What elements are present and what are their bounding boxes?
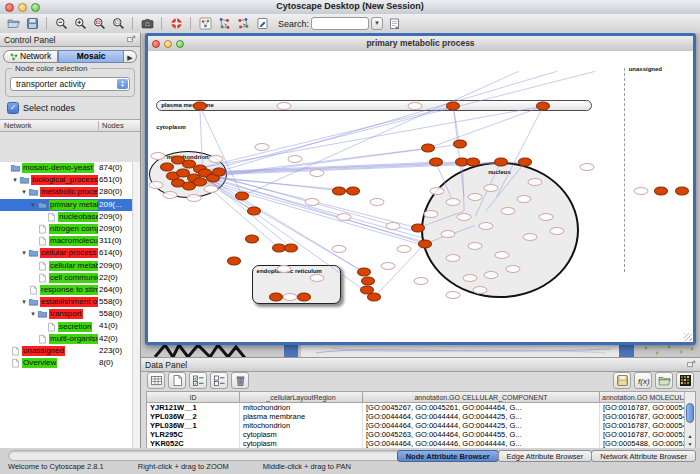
table-row[interactable]: YPL036W__1mitochondrion[GO:0044464, GO:0… bbox=[147, 421, 685, 430]
snapshot-camera-icon[interactable] bbox=[138, 16, 156, 32]
graph-node[interactable] bbox=[297, 293, 311, 302]
search-dropdown-button[interactable]: ▼ bbox=[371, 17, 383, 30]
node-color-dropdown[interactable]: transporter activity ▲▼ bbox=[10, 77, 130, 91]
expand-arrow-icon[interactable]: ▾ bbox=[29, 201, 37, 209]
expand-arrow-icon[interactable]: ▾ bbox=[11, 176, 19, 184]
graph-node[interactable] bbox=[284, 243, 298, 252]
tab-network-attribute-browser[interactable]: Network Attribute Browser bbox=[591, 450, 696, 462]
tab-mosaic[interactable]: Mosaic bbox=[58, 50, 124, 63]
table-row[interactable]: YLR295Ccytoplasm[GO:0045263, GO:0044464,… bbox=[147, 430, 685, 439]
new-attribute-icon[interactable] bbox=[168, 372, 186, 389]
graph-node[interactable] bbox=[446, 102, 460, 111]
expand-arrow-icon[interactable]: ▾ bbox=[20, 298, 28, 306]
attribute-table-icon[interactable] bbox=[147, 372, 165, 389]
graph-node[interactable] bbox=[245, 234, 259, 243]
graph-node[interactable] bbox=[269, 293, 283, 302]
tree-row[interactable]: cellular metabo209(0) bbox=[0, 260, 140, 272]
zoom-fit-icon[interactable] bbox=[109, 16, 127, 32]
unselect-attributes-icon[interactable] bbox=[210, 372, 228, 389]
advanced-search-icon[interactable] bbox=[385, 16, 403, 32]
tab-node-attribute-browser[interactable]: Node Attribute Browser bbox=[397, 450, 499, 462]
zoom-in-icon[interactable] bbox=[71, 16, 89, 32]
layout-spring-icon[interactable] bbox=[215, 16, 233, 32]
tree-row[interactable]: cell communicat22(0) bbox=[0, 272, 140, 284]
tab-overflow-button[interactable]: ▶ bbox=[124, 50, 137, 63]
tree-row[interactable]: nitrogen compo209(0) bbox=[0, 223, 140, 235]
tree-row[interactable]: ▾cellular process614(0) bbox=[0, 247, 140, 259]
zoom-out-icon[interactable] bbox=[52, 16, 70, 32]
search-input[interactable] bbox=[311, 17, 369, 30]
scrollbar-arrows[interactable]: ▲▼ bbox=[685, 432, 695, 448]
resize-grip[interactable] bbox=[684, 333, 692, 341]
graph-node[interactable] bbox=[453, 140, 467, 149]
select-nodes-checkbox[interactable]: ✓ bbox=[7, 102, 19, 114]
graph-node[interactable] bbox=[193, 177, 207, 186]
graph-node[interactable] bbox=[193, 102, 207, 111]
network-canvas[interactable]: plasma membrane cytoplasm mitochondrion … bbox=[148, 51, 693, 342]
graph-node[interactable] bbox=[212, 167, 226, 176]
open-file-icon[interactable] bbox=[4, 16, 22, 32]
tab-network[interactable]: Network bbox=[3, 50, 58, 63]
expand-arrow-icon[interactable]: ▾ bbox=[29, 310, 37, 318]
tree-row[interactable]: secretion41(0) bbox=[0, 320, 140, 332]
expand-arrow-icon[interactable]: ▾ bbox=[20, 249, 28, 257]
graph-node[interactable] bbox=[518, 158, 532, 167]
graph-node[interactable] bbox=[675, 186, 689, 195]
graph-node[interactable] bbox=[654, 186, 668, 195]
tree-row[interactable]: Overview8(0) bbox=[0, 357, 140, 369]
graph-node[interactable] bbox=[429, 158, 443, 167]
graph-node[interactable] bbox=[361, 277, 375, 286]
tree-row[interactable]: macromolecule311(0) bbox=[0, 235, 140, 247]
tree-row[interactable]: unassigned223(0) bbox=[0, 345, 140, 357]
import-table-icon[interactable] bbox=[655, 372, 673, 389]
tree-scrollbar[interactable] bbox=[132, 162, 140, 448]
graph-node[interactable] bbox=[346, 186, 360, 195]
graph-node[interactable] bbox=[227, 256, 241, 265]
tree-row[interactable]: ▾primary metabo209(... bbox=[0, 199, 140, 211]
graph-node[interactable] bbox=[466, 158, 480, 167]
table-row[interactable]: YKR052Ccytoplasm[GO:0044464, GO:0044446,… bbox=[147, 439, 685, 448]
function-builder-icon[interactable]: f(x) bbox=[634, 372, 652, 389]
scrollbar-thumb[interactable] bbox=[686, 403, 694, 423]
help-lifesaver-icon[interactable] bbox=[167, 16, 185, 32]
matrix-view-icon[interactable] bbox=[676, 372, 694, 389]
tree-row[interactable]: ▾transport558(0) bbox=[0, 308, 140, 320]
vizmapper-icon[interactable] bbox=[196, 16, 214, 32]
tree-row[interactable]: ▾metabolic process280(0) bbox=[0, 186, 140, 198]
network-view-window[interactable]: primary metabolic process plasma membran… bbox=[145, 33, 696, 345]
zoom-selected-icon[interactable] bbox=[90, 16, 108, 32]
tree-row[interactable]: ▾biological_process651(0) bbox=[0, 174, 140, 186]
float-panel-icon[interactable] bbox=[687, 360, 696, 369]
graph-node[interactable] bbox=[411, 223, 425, 232]
table-row[interactable]: YPL036W__2plasma membrane[GO:0044464, GO… bbox=[147, 412, 685, 421]
tree-row[interactable]: nucleobase-209(0) bbox=[0, 211, 140, 223]
graph-node[interactable] bbox=[418, 239, 432, 248]
tree-row[interactable]: mosaic-demo-yeast874(0) bbox=[0, 162, 140, 174]
graph-node[interactable] bbox=[367, 293, 381, 302]
graph-node[interactable] bbox=[332, 186, 346, 195]
select-nodes-row[interactable]: ✓ Select nodes bbox=[7, 102, 133, 114]
table-scrollbar[interactable]: ▲▼ bbox=[684, 392, 695, 448]
tab-edge-attribute-browser[interactable]: Edge Attribute Browser bbox=[498, 450, 593, 462]
app-titlebar[interactable]: Cytoscape Desktop (New Session) bbox=[0, 0, 700, 15]
tree-row[interactable]: response to stimulu264(0) bbox=[0, 284, 140, 296]
delete-attribute-icon[interactable] bbox=[231, 372, 249, 389]
column-header[interactable]: annotation.GO MOLECULAR_FUNCTION bbox=[600, 392, 685, 403]
column-header[interactable]: annotation.GO CELLULAR_COMPONENT bbox=[363, 392, 600, 403]
table-row[interactable]: YJR121W__1mitochondrion[GO:0045267, GO:0… bbox=[147, 403, 685, 413]
layout-force-icon[interactable] bbox=[234, 16, 252, 32]
select-attributes-icon[interactable] bbox=[189, 372, 207, 389]
graph-node[interactable] bbox=[421, 144, 435, 153]
column-header[interactable]: ID bbox=[147, 392, 240, 403]
graph-node[interactable] bbox=[494, 158, 508, 167]
graph-node[interactable] bbox=[235, 191, 249, 200]
graph-node[interactable] bbox=[357, 268, 371, 277]
column-header[interactable]: _cellularLayoutRegion bbox=[240, 392, 363, 403]
expand-arrow-icon[interactable]: ▾ bbox=[20, 188, 28, 196]
save-session-icon[interactable] bbox=[23, 16, 41, 32]
export-table-icon[interactable] bbox=[613, 372, 631, 389]
graph-node[interactable] bbox=[160, 163, 174, 172]
network-window-titlebar[interactable]: primary metabolic process bbox=[148, 36, 693, 52]
tree-row[interactable]: ▾establishment of lo558(0) bbox=[0, 296, 140, 308]
tree-row[interactable]: multi-organism pro42(0) bbox=[0, 333, 140, 345]
